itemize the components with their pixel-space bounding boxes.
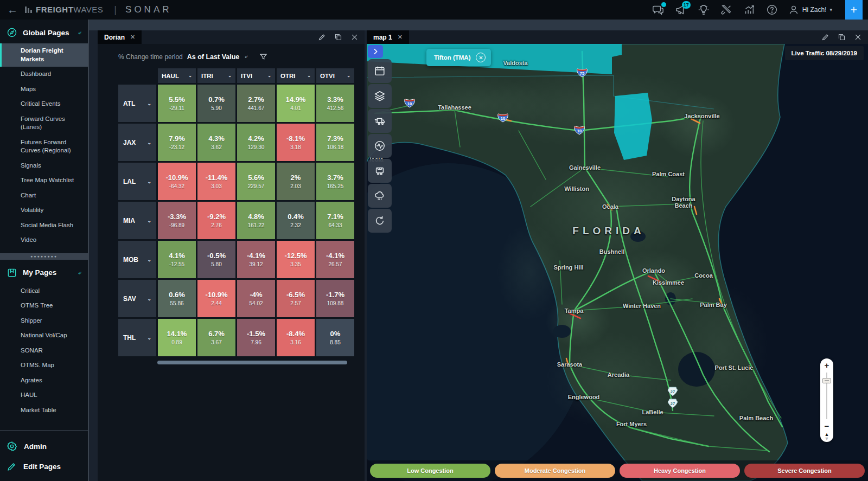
close-icon[interactable]: ✕: [398, 34, 403, 41]
heatmap-cell-mob-otvi[interactable]: -4.1%26.57: [316, 241, 354, 278]
zoom-out-button[interactable]: −: [825, 422, 829, 430]
duplicate-panel-icon[interactable]: [838, 33, 846, 42]
filter-funnel-icon[interactable]: [259, 53, 267, 61]
chevron-down-icon[interactable]: ⌄︎: [147, 296, 151, 302]
heatmap-cell-mob-haul[interactable]: 4.1%-12.55: [158, 241, 196, 278]
heatmap-cell-sav-otvi[interactable]: -1.7%109.88: [316, 280, 354, 317]
chevron-down-icon[interactable]: ⤶︎: [78, 29, 81, 36]
sidebar-item-otms-tree[interactable]: OTMS Tree: [0, 298, 88, 313]
filter-value[interactable]: As of Last Value: [187, 53, 240, 61]
heatmap-cell-jax-otri[interactable]: -8.1%3.18: [277, 124, 315, 161]
row-header-lal[interactable]: LAL⌄︎: [118, 163, 156, 200]
heatmap-cell-atl-itri[interactable]: 0.7%5.90: [197, 85, 235, 122]
sidebar-item-market-table[interactable]: Market Table: [0, 403, 88, 418]
chevron-down-icon[interactable]: ⌄︎: [147, 140, 151, 145]
sidebar-item-social-media-flash[interactable]: Social Media Flash: [0, 218, 88, 233]
chevron-down-icon[interactable]: ⤶︎: [245, 54, 247, 60]
heatmap-cell-mia-haul[interactable]: -3.3%-96.89: [158, 202, 196, 239]
heatmap-cell-atl-haul[interactable]: 5.5%-29.11: [158, 85, 196, 122]
my-pages-header[interactable]: My Pages ⤶︎: [0, 260, 88, 284]
chat-icon[interactable]: [652, 3, 665, 16]
sidebar-item-critical-events[interactable]: Critical Events: [0, 97, 88, 112]
chevron-down-icon[interactable]: ⌄︎: [147, 257, 151, 262]
tools-icon[interactable]: [720, 3, 733, 16]
heatmap-cell-jax-haul[interactable]: 7.9%-23.12: [158, 124, 196, 161]
sidebar-item-signals[interactable]: Signals: [0, 158, 88, 174]
horizontal-scrollbar[interactable]: [157, 361, 347, 364]
chevron-down-icon[interactable]: ⌄︎: [347, 73, 350, 78]
heatmap-cell-lal-itri[interactable]: -11.4%3.03: [197, 163, 235, 200]
chevron-down-icon[interactable]: ⌄︎: [147, 218, 151, 223]
global-pages-header[interactable]: Global Pages ⤶︎: [0, 20, 88, 43]
sidebar-item-volatility[interactable]: Volatility: [0, 203, 88, 218]
sidebar-item-video[interactable]: Video: [0, 233, 88, 248]
row-header-thl[interactable]: THL⌄︎: [118, 319, 156, 356]
heatmap-cell-mob-itri[interactable]: -0.5%5.80: [197, 241, 235, 278]
heatmap-cell-lal-haul[interactable]: -10.9%-64.32: [158, 163, 196, 200]
map-tool-truck-fast[interactable]: [368, 109, 392, 133]
sidebar-item-otms-map[interactable]: OTMS. Map: [0, 358, 88, 373]
chevron-down-icon[interactable]: ⌄︎: [147, 179, 151, 184]
row-header-mob[interactable]: MOB⌄︎: [118, 241, 156, 278]
chevron-down-icon[interactable]: ⌄︎: [188, 73, 192, 78]
edit-pages-button[interactable]: Edit Pages: [0, 457, 88, 477]
heatmap-cell-mob-otri[interactable]: -12.5%3.35: [277, 241, 315, 278]
heatmap-cell-atl-itvi[interactable]: 2.7%441.67: [237, 85, 275, 122]
add-page-button[interactable]: [845, 0, 863, 20]
chevron-down-icon[interactable]: ⌄︎: [307, 73, 311, 78]
heatmap-cell-sav-haul[interactable]: 0.6%55.86: [158, 280, 196, 317]
lightbulb-icon[interactable]: [697, 3, 710, 16]
heatmap-cell-atl-otri[interactable]: 14.9%4.01: [277, 85, 315, 122]
heatmap-cell-atl-otvi[interactable]: 3.3%412.56: [316, 85, 354, 122]
selected-region-chip[interactable]: Tifton (TMA) ✕: [426, 49, 491, 66]
heatmap-cell-sav-itvi[interactable]: -4%54.02: [237, 280, 275, 317]
map-tool-chevron-right[interactable]: [368, 45, 383, 58]
back-arrow-icon[interactable]: ←: [0, 4, 25, 16]
sidebar-item-sonar[interactable]: SONAR: [0, 343, 88, 358]
user-menu[interactable]: Hi Zach! ▾: [788, 4, 832, 15]
analytics-icon[interactable]: [743, 3, 756, 16]
chevron-down-icon[interactable]: ⌄︎: [228, 73, 232, 78]
tab-map-1[interactable]: map 1 ✕: [367, 30, 409, 44]
heatmap-cell-mia-itvi[interactable]: 4.8%161.22: [237, 202, 275, 239]
legend-severe-congestion[interactable]: Severe Congestion: [744, 464, 865, 478]
heatmap-cell-jax-otvi[interactable]: 7.3%106.18: [316, 124, 354, 161]
heatmap-cell-mia-otri[interactable]: 0.4%2.32: [277, 202, 315, 239]
column-header-itvi[interactable]: ITVI⌄︎: [237, 68, 275, 83]
heatmap-cell-thl-itvi[interactable]: -1.5%7.96: [237, 319, 275, 356]
heatmap-cell-jax-itri[interactable]: 4.3%3.62: [197, 124, 235, 161]
sidebar-item-dorian-freight-markets[interactable]: Dorian Freight Markets: [0, 43, 88, 67]
chevron-down-icon[interactable]: ⤶︎: [78, 270, 81, 276]
edit-panel-icon[interactable]: [318, 33, 327, 42]
heatmap-cell-jax-itvi[interactable]: 4.2%129.30: [237, 124, 275, 161]
remove-region-icon[interactable]: ✕: [476, 53, 486, 62]
sidebar-resizer[interactable]: ●●●●●●●●: [0, 253, 88, 260]
row-header-sav[interactable]: SAV⌄︎: [118, 280, 156, 317]
map-tool-activity[interactable]: [368, 134, 392, 158]
heatmap-cell-mia-otvi[interactable]: 7.1%64.33: [316, 202, 354, 239]
help-icon[interactable]: [765, 3, 778, 16]
map-tool-calendar[interactable]: [368, 59, 392, 83]
heatmap-cell-sav-itri[interactable]: -10.9%2.44: [197, 280, 235, 317]
heatmap-cell-lal-itvi[interactable]: 5.6%229.57: [237, 163, 275, 200]
close-panel-icon[interactable]: [350, 33, 359, 42]
tab-dorian[interactable]: Dorian ✕: [98, 30, 142, 44]
sidebar-item-dashboard[interactable]: Dashboard: [0, 67, 88, 82]
chevron-down-icon[interactable]: ⌄︎: [147, 335, 151, 341]
map-tool-cloud-rain[interactable]: [368, 184, 392, 208]
heatmap-cell-lal-otri[interactable]: 2%2.03: [277, 163, 315, 200]
row-header-atl[interactable]: ATL⌄︎: [118, 85, 156, 122]
chevron-down-icon[interactable]: ⌄︎: [147, 101, 151, 106]
zoom-in-button[interactable]: +: [825, 362, 829, 369]
sidebar-item-futures-forward-curves-regional[interactable]: Futures Forward Curves (Regional): [0, 135, 88, 158]
heatmap-cell-thl-otvi[interactable]: 0%8.85: [316, 319, 354, 356]
heatmap-cell-lal-otvi[interactable]: 3.7%165.25: [316, 163, 354, 200]
heatmap-cell-thl-itri[interactable]: 6.7%3.67: [197, 319, 235, 356]
sidebar-item-shipper[interactable]: Shipper: [0, 313, 88, 329]
row-header-jax[interactable]: JAX⌄︎: [118, 124, 156, 161]
map-tool-trailer[interactable]: [368, 159, 392, 183]
edit-panel-icon[interactable]: [821, 33, 830, 42]
legend-low-congestion[interactable]: Low Congestion: [370, 464, 490, 478]
admin-button[interactable]: Admin: [0, 436, 88, 457]
heatmap-cell-thl-otri[interactable]: -8.4%3.16: [277, 319, 315, 356]
